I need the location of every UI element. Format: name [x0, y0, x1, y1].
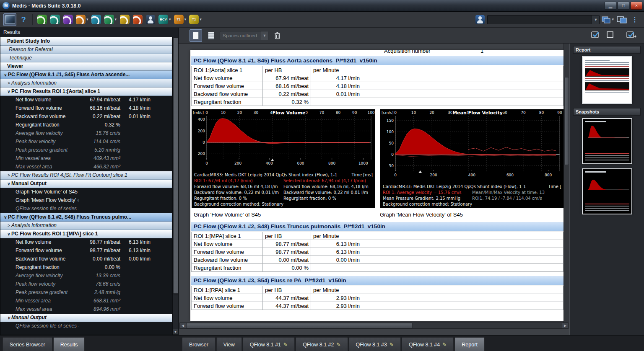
tab-browser[interactable]: Browser	[182, 337, 216, 351]
tree-item[interactable]: ∨PC Flow Results ROI 1:[MPA] slice 1	[0, 230, 172, 238]
tree-expand-icon[interactable]: ∨	[6, 180, 11, 188]
close-button[interactable]: ×	[631, 2, 642, 10]
tree-expand-icon[interactable]: ∨	[6, 88, 11, 95]
tree-item[interactable]: Net flow volume98.77 ml/beat6.13 l/min	[0, 238, 172, 247]
switch-workspace-button[interactable]	[616, 13, 628, 26]
tree-item[interactable]: Reason for Referral	[0, 46, 172, 54]
report-vertical-scrollbar[interactable]	[564, 44, 569, 323]
app-icon-t1[interactable]: T1▾	[173, 13, 187, 26]
app-icon-green2-swirl[interactable]: ▾	[104, 13, 118, 26]
tree-expand-icon[interactable]: ∨	[6, 314, 11, 322]
finalize-report-button[interactable]	[626, 31, 636, 41]
spaces-dropdown[interactable]: Spaces outlined ▼	[220, 31, 268, 40]
tree-item[interactable]: Min vessel area409.43 mm²	[0, 155, 172, 163]
delete-button[interactable]	[271, 29, 283, 42]
tab-series-browser[interactable]: Series Browser	[3, 337, 52, 351]
tree-item[interactable]: ∨PC Flow Results ROI 1:[Aorta] slice 1	[0, 88, 172, 96]
minimize-button[interactable]: ▁	[605, 2, 616, 10]
scroll-right-arrow[interactable]: ▶	[562, 323, 568, 328]
tree-item-label: Technique	[9, 54, 32, 62]
tree-item[interactable]: Regurgitant fraction0.32 %	[0, 121, 172, 129]
window-layout-button[interactable]: ▾	[601, 13, 615, 26]
report-viewport[interactable]: Acquisition number 1 PC Flow (QFlow 8.1 …	[179, 44, 569, 335]
app-icon-orange-swirl[interactable]: ▾	[75, 13, 89, 26]
tree-item[interactable]: Net flow volume67.94 ml/beat4.17 l/min	[0, 96, 172, 104]
tree-expand-icon[interactable]: >	[6, 171, 11, 179]
tree-expand-icon[interactable]: ∨	[6, 230, 11, 238]
scroll-left-arrow[interactable]: ◀	[180, 323, 186, 328]
help-icon[interactable]: ?	[18, 13, 29, 26]
snapshot-thumbnail-mean-velocity[interactable]	[582, 168, 632, 214]
approve-report-button[interactable]	[591, 31, 600, 41]
tree-item[interactable]: >Analysis Information	[0, 222, 172, 230]
combo-caret-icon[interactable]: ▼	[592, 15, 599, 24]
tree-item[interactable]: Peak pressure gradient5.20 mmHg	[0, 146, 172, 155]
report-horizontal-scrollbar[interactable]: ◀ ▶	[179, 323, 569, 329]
tree-item[interactable]: ∨PC Flow (QFlow 8.1 #2, S48) Fluss Trunc…	[0, 213, 172, 222]
tree-item[interactable]: Regurgitant fraction0.00 %	[0, 263, 172, 272]
tab-qflow-8-1-4[interactable]: QFlow 8.1 #4✎	[402, 337, 454, 351]
app-icon-purple-swirl[interactable]	[62, 13, 74, 26]
app-icon-green-swirl[interactable]	[36, 13, 48, 26]
app-icon-blue-swirl[interactable]	[91, 13, 102, 26]
snapshot-frame-button[interactable]	[606, 31, 614, 40]
tab-report[interactable]: Report	[454, 337, 485, 351]
tree-expand-icon[interactable]: >	[6, 79, 11, 87]
app-icon-red-swirl[interactable]	[132, 13, 143, 26]
tree-item[interactable]: Technique	[0, 54, 172, 62]
results-tree-scrollbar[interactable]: ▼	[172, 37, 178, 335]
tree-item[interactable]: Min vessel area668.81 mm²	[0, 297, 172, 305]
app-icon-ecv[interactable]: ECV▾	[158, 13, 172, 26]
scrollbar-thumb[interactable]	[186, 323, 413, 328]
viewer-layout-icon[interactable]	[3, 13, 16, 26]
tree-item[interactable]: Average flow velocity15.76 cm/s	[0, 129, 172, 138]
app-icon-contacts[interactable]	[145, 13, 156, 26]
patient-search-combo[interactable]: ▼	[487, 15, 600, 24]
tree-item[interactable]: ∨Manual Output	[0, 180, 172, 188]
text-view-button[interactable]	[205, 29, 217, 42]
tree-item[interactable]: Forward flow volume98.77 ml/beat6.13 l/m…	[0, 247, 172, 255]
scrollbar-thumb[interactable]	[173, 38, 178, 294]
add-patient-icon[interactable]	[474, 13, 486, 26]
scroll-down-arrow[interactable]: ▼	[173, 329, 178, 335]
tree-item[interactable]: >PC Flow Results ROI 4:[St. Flow Fit Con…	[0, 171, 172, 180]
table-header-cell: per Minute	[311, 286, 362, 294]
tree-item[interactable]: Graph 'Flow Volume' of S45	[0, 188, 172, 196]
tree-item[interactable]: Max vessel area894.96 mm²	[0, 305, 172, 314]
tree-item[interactable]: Peak pressure gradient2.48 mmHg	[0, 289, 172, 297]
tree-item[interactable]: Max vessel area466.32 mm²	[0, 163, 172, 171]
tree-item[interactable]: Backward flow volume0.22 ml/beat0.01 l/m…	[0, 113, 172, 121]
tree-item[interactable]: ∨PC Flow (QFlow 8.1 #1, S45) Fluss Aorta…	[0, 71, 172, 79]
tree-item[interactable]: >Analysis Information	[0, 79, 172, 88]
tree-expand-icon[interactable]: >	[6, 222, 11, 230]
tree-item[interactable]: QFlow session file of series 48	[0, 322, 172, 330]
tree-item[interactable]: Backward flow volume0.00 ml/beat0.00 l/m…	[0, 255, 172, 263]
maximize-button[interactable]: □	[618, 2, 629, 10]
tree-item[interactable]: Patient Study Info	[0, 37, 172, 46]
tab-view[interactable]: View	[216, 337, 242, 351]
tree-item[interactable]: Peak flow velocity78.66 cm/s	[0, 280, 172, 289]
app-icon-t2[interactable]: T2▾	[188, 13, 203, 26]
tab-qflow-8-1-2[interactable]: QFlow 8.1 #2✎	[296, 337, 348, 351]
tab-qflow-8-1-1[interactable]: QFlow 8.1 #1✎	[243, 337, 295, 351]
tab-results[interactable]: Results	[53, 337, 85, 351]
app-icon-teal-swirl[interactable]	[49, 13, 61, 26]
app-icon-yellow-swirl[interactable]	[119, 13, 130, 26]
tree-item[interactable]: ∨Manual Output	[0, 314, 172, 322]
tree-item-value	[120, 155, 151, 163]
tree-item[interactable]: Peak flow velocity114.04 cm/s	[0, 138, 172, 146]
report-page-thumbnail[interactable]	[582, 56, 632, 104]
tree-item[interactable]: Average flow velocity13.39 cm/s	[0, 272, 172, 280]
snapshot-thumbnail-flow-volume[interactable]	[582, 118, 632, 164]
scrollbar-thumb[interactable]	[564, 77, 569, 165]
overflow-menu-button[interactable]: ⋮	[629, 13, 641, 26]
tab-qflow-8-1-3[interactable]: QFlow 8.1 #3✎	[349, 337, 401, 351]
tree-item[interactable]: Forward flow volume68.16 ml/beat4.18 l/m…	[0, 104, 172, 113]
page-view-button[interactable]	[190, 29, 202, 42]
tree-expand-icon[interactable]: ∨	[3, 213, 8, 221]
spaces-caret-icon[interactable]: ▼	[261, 31, 268, 40]
tree-item[interactable]: Graph 'Mean Flow Velocity' of S45	[0, 196, 172, 205]
tree-expand-icon[interactable]: ∨	[3, 71, 8, 79]
tree-item[interactable]: Viewer	[0, 62, 172, 71]
tree-item[interactable]: QFlow session file of series 45	[0, 205, 172, 213]
